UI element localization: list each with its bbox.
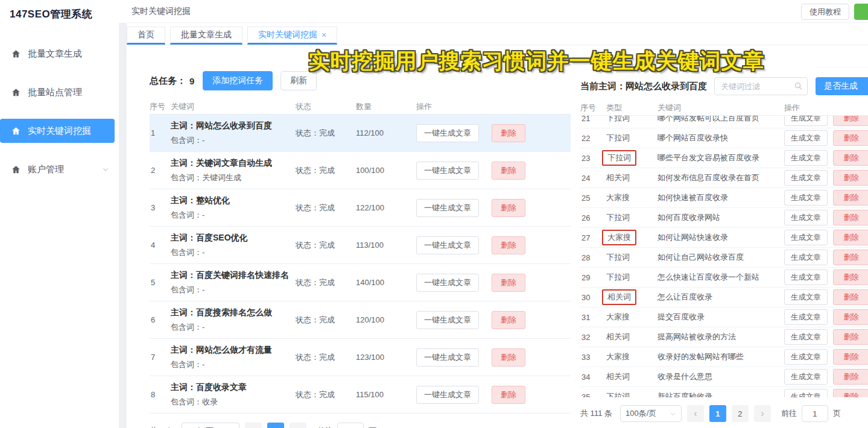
generate-article-button[interactable]: 一键生成文章 bbox=[416, 124, 479, 142]
keywords-table-header: 序号 类型 关键词 操作 bbox=[580, 100, 868, 116]
tab-batch-article[interactable]: 批量文章生成 bbox=[170, 27, 242, 45]
column-header: 序号 bbox=[580, 102, 606, 113]
sidebar-item-account[interactable]: 账户管理 bbox=[0, 157, 119, 181]
page-number-button[interactable]: 1 bbox=[267, 423, 284, 428]
generate-article-button[interactable]: 生成文章 bbox=[784, 250, 828, 265]
generate-article-button[interactable]: 生成文章 bbox=[784, 369, 828, 385]
keyword-text: 提交百度收录 bbox=[657, 312, 784, 323]
next-page-button[interactable]: › bbox=[754, 405, 771, 422]
page-number-button[interactable]: 1 bbox=[709, 405, 726, 422]
generate-article-button[interactable]: 生成文章 bbox=[784, 309, 828, 325]
generate-article-button[interactable]: 一键生成文章 bbox=[416, 199, 479, 217]
generate-article-button[interactable]: 一键生成文章 bbox=[416, 386, 479, 404]
status-text: 状态：完成 bbox=[296, 203, 356, 213]
tab-realtime-keyword[interactable]: 实时关键词挖掘 × bbox=[247, 27, 337, 45]
goto-page-input[interactable] bbox=[337, 423, 364, 428]
table-row[interactable]: 1 主词：网站怎么收录到百度 包含词：- 状态：完成 112/100 一键生成文… bbox=[150, 115, 571, 152]
delete-button[interactable]: 删除 bbox=[833, 230, 868, 245]
promo-banner: 实时挖掘用户搜索习惯词并一键生成关键词文章 bbox=[127, 47, 868, 75]
prev-page-button[interactable]: ‹ bbox=[245, 423, 262, 428]
generate-article-button[interactable]: 生成文章 bbox=[784, 116, 828, 126]
delete-button[interactable]: 删除 bbox=[492, 274, 525, 292]
generate-article-button[interactable]: 一键生成文章 bbox=[416, 274, 479, 292]
delete-button[interactable]: 删除 bbox=[833, 269, 868, 285]
table-row[interactable]: 6 主词：百度搜索排名怎么做 包含词：- 状态：完成 120/100 一键生成文… bbox=[150, 301, 571, 339]
delete-button[interactable]: 删除 bbox=[833, 150, 868, 166]
delete-button[interactable]: 删除 bbox=[492, 348, 525, 367]
delete-button[interactable]: 删除 bbox=[833, 349, 868, 365]
contained-words: 包含词：- bbox=[171, 210, 296, 221]
count-value: 120/100 bbox=[356, 315, 416, 324]
tutorial-button[interactable]: 使用教程 bbox=[801, 4, 849, 20]
close-icon[interactable]: × bbox=[322, 31, 326, 39]
delete-button[interactable]: 删除 bbox=[492, 124, 525, 142]
green-action-button[interactable] bbox=[854, 4, 868, 20]
generate-article-button[interactable]: 生成文章 bbox=[784, 170, 828, 186]
table-row[interactable]: 2 主词：关键词文章自动生成 包含词：关键词生成 状态：完成 100/100 一… bbox=[150, 152, 571, 189]
main-keyword: 主词：百度关键词排名快速排名 bbox=[171, 269, 296, 281]
generate-article-button[interactable]: 一键生成文章 bbox=[416, 348, 479, 367]
table-row[interactable]: 7 主词：网站怎么做才有流量 包含词：- 状态：完成 123/100 一键生成文… bbox=[150, 339, 571, 376]
sidebar: 147SEO管理系统 批量文章生成 批量站点管理 实时关键词挖掘 账户管理 bbox=[0, 0, 119, 428]
generate-article-button[interactable]: 一键生成文章 bbox=[416, 311, 479, 329]
generate-article-button[interactable]: 生成文章 bbox=[784, 130, 828, 146]
generate-article-button[interactable]: 一键生成文章 bbox=[416, 236, 479, 254]
delete-button[interactable]: 删除 bbox=[833, 116, 868, 126]
table-row: 28 下拉词 如何让自己网站收录百度 生成文章 删除 bbox=[580, 248, 868, 268]
delete-button[interactable]: 删除 bbox=[833, 369, 868, 385]
main-keyword: 主词：整站优化 bbox=[171, 195, 296, 206]
status-text: 状态：完成 bbox=[296, 240, 356, 251]
next-page-button[interactable]: › bbox=[290, 423, 306, 428]
column-header: 操作 bbox=[416, 101, 571, 112]
delete-button[interactable]: 删除 bbox=[833, 250, 868, 265]
keyword-type-cell: 大家搜 bbox=[606, 310, 657, 324]
column-header: 数量 bbox=[356, 101, 416, 112]
delete-button[interactable]: 删除 bbox=[833, 170, 868, 186]
generate-article-button[interactable]: 生成文章 bbox=[784, 210, 828, 225]
keyword-text: 哪个网站百度收录快 bbox=[657, 133, 784, 143]
generate-article-button[interactable]: 生成文章 bbox=[784, 349, 828, 365]
delete-button[interactable]: 删除 bbox=[492, 199, 525, 217]
delete-button[interactable]: 删除 bbox=[833, 130, 868, 146]
row-index: 29 bbox=[580, 273, 606, 282]
goto-page-input[interactable] bbox=[802, 405, 828, 422]
generate-article-button[interactable]: 生成文章 bbox=[784, 150, 828, 166]
delete-button[interactable]: 删除 bbox=[492, 311, 525, 329]
table-row: 21 下拉词 哪个网站发帖可以上百度首页 生成文章 删除 bbox=[580, 116, 868, 128]
table-row: 31 大家搜 提交百度收录 生成文章 删除 bbox=[580, 307, 868, 327]
delete-button[interactable]: 删除 bbox=[492, 386, 525, 404]
table-row[interactable]: 3 主词：整站优化 包含词：- 状态：完成 122/100 一键生成文章 删除 bbox=[150, 189, 571, 227]
tab-label: 批量文章生成 bbox=[181, 30, 232, 40]
generate-article-button[interactable]: 生成文章 bbox=[784, 329, 828, 345]
sidebar-item-batch-site[interactable]: 批量站点管理 bbox=[0, 80, 119, 104]
generate-article-button[interactable]: 生成文章 bbox=[784, 230, 828, 245]
keyword-type: 下拉词 bbox=[606, 390, 630, 397]
delete-button[interactable]: 删除 bbox=[492, 162, 525, 180]
delete-button[interactable]: 删除 bbox=[833, 329, 868, 345]
generate-article-button[interactable]: 生成文章 bbox=[784, 389, 828, 397]
page-size-select[interactable]: 100条/页 bbox=[620, 405, 682, 422]
delete-button[interactable]: 删除 bbox=[833, 389, 868, 397]
generate-article-button[interactable]: 生成文章 bbox=[784, 190, 828, 206]
tab-home[interactable]: 首页 bbox=[127, 27, 165, 45]
generate-article-button[interactable]: 生成文章 bbox=[784, 269, 828, 285]
delete-button[interactable]: 删除 bbox=[833, 210, 868, 225]
table-row[interactable]: 5 主词：百度关键词排名快速排名 包含词：- 状态：完成 140/100 一键生… bbox=[150, 264, 571, 301]
generate-article-button[interactable]: 生成文章 bbox=[784, 289, 828, 305]
table-row[interactable]: 4 主词：百度SEO优化 包含词：- 状态：完成 113/100 一键生成文章 … bbox=[150, 227, 571, 264]
total-count-text: 共 9 条 bbox=[150, 426, 174, 428]
page-number-button[interactable]: 2 bbox=[732, 405, 749, 422]
delete-button[interactable]: 删除 bbox=[833, 190, 868, 206]
generate-article-button[interactable]: 一键生成文章 bbox=[416, 162, 479, 180]
sidebar-item-batch-article[interactable]: 批量文章生成 bbox=[0, 42, 119, 66]
sidebar-item-realtime-keyword[interactable]: 实时关键词挖掘 bbox=[0, 119, 115, 143]
delete-button[interactable]: 删除 bbox=[833, 289, 868, 305]
keyword-cell: 主词：百度收录文章 包含词：收录 bbox=[171, 382, 296, 408]
prev-page-button[interactable]: ‹ bbox=[687, 405, 704, 422]
column-header: 关键词 bbox=[657, 102, 784, 113]
page-size-select[interactable]: 10条/页 bbox=[182, 423, 239, 428]
generate-toggle-button[interactable]: 是否生成 bbox=[816, 77, 868, 95]
table-row[interactable]: 8 主词：百度收录文章 包含词：收录 状态：完成 115/100 一键生成文章 … bbox=[150, 376, 571, 414]
delete-button[interactable]: 删除 bbox=[833, 309, 868, 325]
delete-button[interactable]: 删除 bbox=[492, 236, 525, 254]
